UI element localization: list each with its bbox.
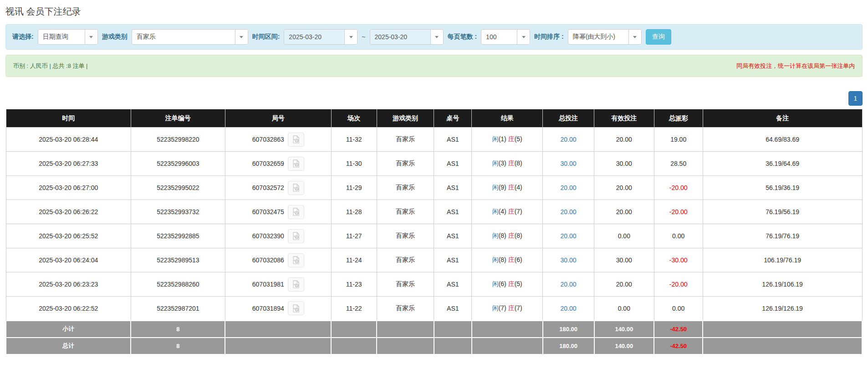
table-header: 时间 注单编号 局号 场次 游戏类别 桌号 结果 总投注 有效投注 总派彩 备注 (6, 109, 862, 128)
round-number: 607032086 (252, 256, 284, 264)
query-button[interactable]: 查询 (646, 29, 671, 45)
cell-time: 2025-03-20 06:27:33 (6, 152, 131, 176)
col-header-result: 结果 (472, 109, 543, 128)
filter-panel: 请选择: 日期查询 游戏类别 百家乐 时间区间: 2025-03-20 ~ 20… (5, 24, 863, 50)
game-type-value: 百家乐 (132, 30, 235, 44)
result-player-label: 闲 (492, 159, 499, 167)
result-player-count: (8) (499, 232, 508, 239)
cell-payout: -20.00 (654, 272, 703, 297)
cell-round-no: 607032863 (225, 128, 331, 152)
round-number: 607032659 (252, 160, 284, 167)
cell-total-bet[interactable]: 20.00 (543, 272, 594, 297)
video-replay-button[interactable] (288, 253, 304, 267)
result-player-count: (9) (499, 184, 508, 191)
per-page-select[interactable]: 100 (481, 29, 530, 45)
cell-total-bet[interactable]: 20.00 (543, 176, 594, 200)
cell-game-type: 百家乐 (377, 248, 434, 272)
col-header-time: 时间 (6, 109, 131, 128)
chevron-down-icon (517, 30, 530, 44)
round-number: 607031894 (252, 305, 284, 312)
result-banker-count: (8) (515, 159, 522, 167)
cell-bet-no: 522352998220 (131, 128, 225, 152)
cell-round-no: 607031981 (225, 272, 331, 297)
pagination: 1 (5, 91, 863, 106)
game-type-select[interactable]: 百家乐 (132, 29, 248, 45)
chevron-down-icon (344, 30, 357, 44)
table-row: 2025-03-20 06:27:00522352995022607032572… (6, 176, 862, 200)
col-header-payout: 总派彩 (654, 109, 703, 128)
cell-valid-bet: 0.00 (594, 297, 654, 321)
result-banker-label: 庄 (508, 256, 515, 263)
per-page-label: 每页笔数 : (448, 33, 477, 41)
result-banker-label: 庄 (508, 304, 515, 312)
cell-round-no: 607032572 (225, 176, 331, 200)
cell-total-bet[interactable]: 20.00 (543, 128, 594, 152)
col-header-bet-no: 注单编号 (131, 109, 225, 128)
time-sort-select[interactable]: 降幂(由大到小) (568, 29, 642, 45)
cell-remark: 36.19/64.69 (703, 152, 862, 176)
cell-time: 2025-03-20 06:24:04 (6, 248, 131, 272)
result-player-count: (6) (499, 280, 508, 287)
cell-result: 闲(8) 庄(8) (472, 224, 543, 248)
bet-records-table: 时间 注单编号 局号 场次 游戏类别 桌号 结果 总投注 有效投注 总派彩 备注… (5, 109, 863, 355)
result-banker-count: (7) (515, 208, 522, 215)
grand-total-label: 总计 (6, 338, 131, 354)
page-title: 视讯 会员下注纪录 (5, 5, 863, 18)
page-1-button[interactable]: 1 (848, 91, 863, 106)
subtotal-total-bet: 180.00 (543, 321, 594, 338)
cell-bet-no: 522352992885 (131, 224, 225, 248)
cell-total-bet[interactable]: 30.00 (543, 152, 594, 176)
cell-payout: -20.00 (654, 200, 703, 224)
cell-time: 2025-03-20 06:27:00 (6, 176, 131, 200)
video-record-icon (291, 256, 301, 265)
video-replay-button[interactable] (288, 277, 304, 292)
subtotal-valid-bet: 140.00 (594, 321, 654, 338)
video-replay-button[interactable] (288, 133, 304, 147)
round-number: 607032572 (252, 184, 284, 191)
result-banker-count: (4) (515, 184, 522, 191)
result-player-label: 闲 (492, 184, 499, 191)
result-player-count: (7) (499, 304, 508, 312)
cell-total-bet[interactable]: 20.00 (543, 297, 594, 321)
cell-session: 11-23 (331, 272, 377, 297)
date-to-select[interactable]: 2025-03-20 (370, 29, 444, 45)
cell-time: 2025-03-20 06:28:44 (6, 128, 131, 152)
query-type-select[interactable]: 日期查询 (38, 29, 98, 45)
table-body: 2025-03-20 06:28:44522352998220607032863… (6, 128, 862, 321)
cell-time: 2025-03-20 06:25:52 (6, 224, 131, 248)
cell-result: 闲(9) 庄(4) (472, 176, 543, 200)
result-player-label: 闲 (492, 256, 499, 263)
cell-remark: 76.19/56.19 (703, 200, 862, 224)
table-row: 2025-03-20 06:25:52522352992885607032390… (6, 224, 862, 248)
video-replay-button[interactable] (288, 157, 304, 171)
video-replay-button[interactable] (288, 205, 304, 219)
cell-payout: 19.00 (654, 128, 703, 152)
cell-remark: 56.19/36.19 (703, 176, 862, 200)
cell-total-bet[interactable]: 20.00 (543, 200, 594, 224)
video-replay-button[interactable] (288, 229, 304, 243)
cell-game-type: 百家乐 (377, 272, 434, 297)
col-header-table-no: 桌号 (434, 109, 472, 128)
result-player-label: 闲 (492, 208, 499, 215)
cell-table-no: AS1 (434, 200, 472, 224)
col-header-total-bet: 总投注 (543, 109, 594, 128)
date-from-select[interactable]: 2025-03-20 (284, 29, 357, 45)
cell-valid-bet: 30.00 (594, 248, 654, 272)
col-header-game-type: 游戏类别 (377, 109, 434, 128)
cell-game-type: 百家乐 (377, 128, 434, 152)
cell-total-bet[interactable]: 30.00 (543, 248, 594, 272)
cell-session: 11-27 (331, 224, 377, 248)
cell-session: 11-22 (331, 297, 377, 321)
cell-valid-bet: 20.00 (594, 272, 654, 297)
video-replay-button[interactable] (288, 181, 304, 195)
date-range-separator: ~ (362, 33, 365, 41)
cell-table-no: AS1 (434, 248, 472, 272)
cell-time: 2025-03-20 06:26:22 (6, 200, 131, 224)
result-banker-count: (8) (515, 232, 522, 239)
cell-total-bet[interactable]: 20.00 (543, 224, 594, 248)
video-record-icon (291, 231, 301, 241)
cell-bet-no: 522352987201 (131, 297, 225, 321)
video-replay-button[interactable] (288, 301, 304, 315)
table-row: 2025-03-20 06:23:23522352988260607031981… (6, 272, 862, 297)
cell-result: 闲(7) 庄(7) (472, 297, 543, 321)
